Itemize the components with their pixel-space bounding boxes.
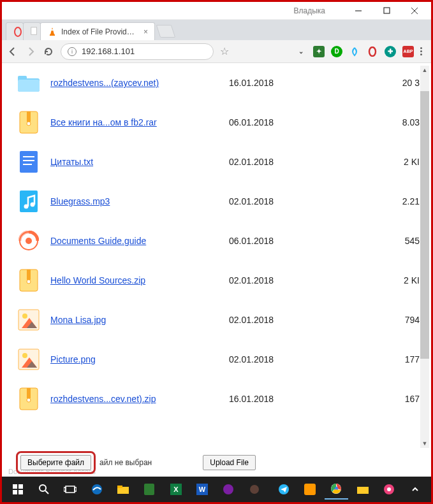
ext-evernote-icon[interactable]: ✦ — [313, 46, 325, 57]
svg-rect-40 — [18, 484, 23, 489]
pocket-icon[interactable]: ⌄ — [295, 46, 307, 57]
task-view-icon[interactable] — [59, 479, 82, 500]
svg-rect-46 — [64, 487, 66, 491]
zip-icon — [16, 386, 41, 412]
ext-green-icon[interactable]: D — [331, 46, 342, 57]
svg-rect-5 — [31, 27, 37, 34]
star-icon[interactable]: ☆ — [220, 45, 229, 57]
file-date: 06.01.2018 — [229, 236, 356, 246]
svg-point-15 — [27, 122, 31, 126]
minimize-button[interactable] — [344, 2, 372, 20]
file-name-link[interactable]: Цитаты.txt — [50, 157, 229, 167]
tabs-row: Index of File Provider St… × — [2, 20, 431, 40]
svg-line-44 — [45, 491, 48, 494]
start-button[interactable] — [6, 479, 29, 500]
svg-rect-12 — [18, 80, 40, 92]
svg-point-43 — [40, 485, 46, 491]
ext-abp-icon[interactable]: ABP — [402, 46, 414, 57]
file-row[interactable]: Mona Lisa.jpg02.01.2018794 — [16, 300, 420, 340]
scroll-down-icon[interactable]: ▼ — [420, 439, 429, 448]
ext-teal-icon[interactable]: ✚ — [385, 46, 396, 57]
file-row[interactable]: rozhdestvens...(zaycev.net)16.01.201820 … — [16, 63, 420, 103]
tb-music-app-icon[interactable] — [377, 479, 400, 500]
file-row[interactable]: Hello World Sources.zip02.01.20182 KI — [16, 261, 420, 300]
tb-word-icon[interactable]: W — [190, 479, 214, 500]
maximize-button[interactable] — [372, 2, 400, 20]
tb-excel-icon[interactable]: X — [164, 479, 187, 500]
svg-text:X: X — [173, 486, 179, 493]
tb-itunes-icon[interactable] — [217, 479, 240, 500]
file-row[interactable]: Bluegrass.mp302.01.20182.21 — [16, 182, 420, 221]
tb-evernote-icon[interactable] — [138, 479, 161, 500]
file-name-link[interactable]: rozhdestvens...cev.net).zip — [50, 394, 229, 404]
file-size: 177 — [405, 354, 420, 364]
svg-point-57 — [250, 485, 259, 494]
svg-rect-16 — [20, 151, 38, 173]
svg-rect-45 — [66, 486, 75, 493]
scrollbar[interactable]: ▲ ▼ — [420, 66, 429, 448]
tb-telegram-icon[interactable] — [272, 479, 295, 500]
choose-file-button[interactable]: Выберите файл — [20, 455, 91, 470]
file-row[interactable]: Picture.png02.01.2018177 — [16, 340, 420, 379]
new-tab-button[interactable] — [156, 25, 175, 38]
forward-button[interactable] — [25, 46, 36, 57]
file-row[interactable]: Цитаты.txt02.01.20182 KI — [16, 142, 420, 182]
ext-blue-icon[interactable] — [349, 46, 360, 57]
user-label: Владыка — [294, 6, 326, 15]
svg-rect-47 — [75, 487, 77, 491]
upload-file-button[interactable]: Upload File — [203, 455, 256, 470]
file-date: 06.01.2018 — [229, 117, 356, 127]
close-button[interactable] — [400, 2, 429, 20]
back-button[interactable] — [7, 46, 18, 57]
file-date: 02.01.2018 — [229, 315, 356, 325]
extensions-row: ⌄ ✦ D ✚ ABP — [295, 46, 426, 57]
upload-footer: Выберите файл айл не выбран Upload File — [2, 450, 431, 475]
tab-inactive-1[interactable] — [6, 22, 24, 40]
tb-explorer-icon[interactable] — [111, 479, 135, 500]
file-name-link[interactable]: Picture.png — [50, 354, 229, 364]
svg-rect-14 — [27, 112, 31, 122]
tb-chrome-icon[interactable] — [325, 479, 348, 500]
site-info-icon[interactable]: i — [68, 47, 77, 56]
svg-rect-63 — [357, 487, 369, 494]
reload-button[interactable] — [43, 46, 54, 57]
file-row[interactable]: Все книги на...ом в fb2.rar06.01.20188.0… — [16, 103, 420, 142]
file-name-link[interactable]: Все книги на...ом в fb2.rar — [50, 117, 229, 127]
ext-opera-icon[interactable] — [367, 46, 378, 57]
file-date: 02.01.2018 — [229, 354, 356, 364]
browser-menu-button[interactable] — [420, 47, 422, 55]
file-name-link[interactable]: Hello World Sources.zip — [50, 275, 229, 285]
tb-edge-icon[interactable] — [85, 479, 108, 500]
file-row[interactable]: Documents Guide.guide06.01.2018545 — [16, 221, 420, 261]
file-row[interactable]: rozhdestvens...cev.net).zip16.01.2018167 — [16, 379, 420, 419]
tab-close-icon[interactable]: × — [143, 27, 148, 36]
tb-gimp-icon[interactable] — [243, 479, 267, 500]
tab-active[interactable]: Index of File Provider St… × — [40, 22, 155, 40]
window-titlebar: Владыка — [2, 2, 431, 20]
file-size: 167 — [405, 394, 420, 404]
search-icon[interactable] — [32, 479, 55, 500]
svg-point-56 — [223, 484, 233, 494]
tb-chevron-up-icon[interactable] — [404, 479, 427, 500]
file-name-link[interactable]: Mona Lisa.jpg — [50, 315, 229, 325]
opera-icon — [13, 27, 23, 37]
address-bar[interactable]: i 192.168.1.101 — [61, 43, 214, 60]
img-icon — [16, 347, 41, 372]
scrollbar-thumb[interactable] — [420, 91, 429, 359]
scroll-up-icon[interactable]: ▲ — [420, 66, 429, 75]
svg-rect-51 — [144, 484, 154, 495]
tab-inactive-2[interactable] — [23, 22, 41, 40]
tb-app-icon[interactable] — [298, 479, 321, 500]
svg-point-33 — [22, 353, 27, 358]
svg-rect-1 — [384, 8, 390, 13]
mp3-icon — [16, 189, 41, 214]
choose-file-highlight: Выберите файл — [16, 451, 96, 474]
zip-icon — [16, 268, 41, 293]
file-name-link[interactable]: rozhdestvens...(zaycev.net) — [50, 78, 229, 88]
file-size: 2 KI — [404, 157, 420, 167]
svg-rect-37 — [27, 388, 31, 398]
file-name-link[interactable]: Documents Guide.guide — [50, 236, 229, 246]
tb-folder-open-icon[interactable] — [351, 479, 374, 500]
file-name-link[interactable]: Bluegrass.mp3 — [50, 196, 229, 206]
file-date: 16.01.2018 — [229, 78, 356, 88]
